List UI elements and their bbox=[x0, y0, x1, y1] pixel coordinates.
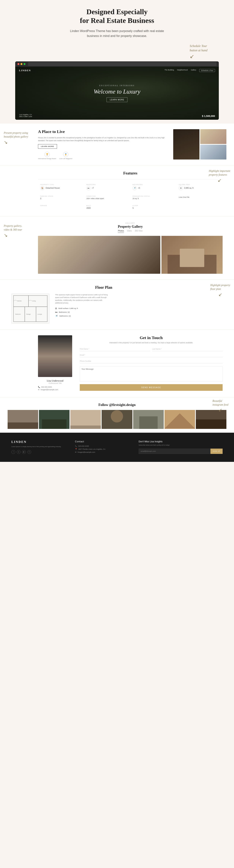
instagram-img-7[interactable] bbox=[196, 410, 226, 429]
svg-rect-7 bbox=[180, 249, 204, 267]
message-textarea[interactable] bbox=[80, 366, 223, 381]
svg-rect-1 bbox=[38, 267, 160, 274]
social-icon-youtube[interactable]: ▶ bbox=[22, 450, 26, 454]
social-icon-facebook[interactable]: f bbox=[11, 450, 15, 454]
hero-section: Designed Especially for Real Estate Busi… bbox=[0, 0, 234, 124]
feat-label-garage: GARAGE bbox=[40, 205, 82, 206]
award-label-1: International Design Award bbox=[38, 158, 56, 159]
feat-icon-bath: 🚿 bbox=[133, 186, 137, 190]
social-icon-google[interactable]: G bbox=[27, 450, 31, 454]
nav-item-tour[interactable]: Schedule a Tour bbox=[199, 69, 215, 72]
phone-input[interactable] bbox=[80, 359, 223, 363]
property-hero-title: Welcome to Luxury bbox=[94, 88, 140, 95]
gallery-side-image bbox=[161, 236, 223, 274]
nav-item-gallery[interactable]: Gallery bbox=[191, 69, 197, 72]
annotation-schedule-tour: Schedule Tourbutton at hand bbox=[190, 44, 207, 53]
svg-rect-0 bbox=[38, 236, 160, 274]
instagram-img-3[interactable] bbox=[70, 410, 101, 429]
stat-label-bath: Bathrooms: (4) bbox=[59, 315, 71, 317]
feature-extra: Love One File bbox=[177, 194, 223, 201]
footer-contact-address[interactable]: 📍 1807 Florida Lines Los Angeles, CA bbox=[75, 448, 131, 450]
svg-rect-25 bbox=[42, 420, 67, 429]
email-input[interactable] bbox=[80, 353, 223, 357]
footer-address-icon: 📍 bbox=[75, 448, 77, 450]
annotation-floorplan: Highlight propertyfloor plan bbox=[210, 283, 230, 291]
floorplan-description-area: This spacious triple-aspect home is spre… bbox=[55, 293, 108, 324]
gallery-tab-360[interactable]: 360 View bbox=[135, 230, 142, 233]
annotation-gallery: Property gallery,video & 360 tour bbox=[4, 224, 34, 231]
floorplan-content: Kitchen Living Bedroom Garage Lounge Thi… bbox=[11, 293, 196, 324]
floorplan-desc: This spacious triple-aspect home is spre… bbox=[55, 293, 108, 304]
instagram-img-2[interactable] bbox=[39, 410, 70, 429]
gallery-tab-photos[interactable]: Photos bbox=[118, 230, 124, 233]
feat-icon-bed: 🛏 bbox=[86, 186, 90, 190]
contact-outer: Contact information& get in touch form f… bbox=[0, 330, 234, 397]
svg-rect-19 bbox=[38, 335, 72, 377]
gallery-main-container: ‹ › bbox=[38, 236, 223, 274]
gallery-prev-arrow[interactable]: ‹ bbox=[40, 252, 45, 257]
feat-val-floor: 5 bbox=[133, 207, 174, 209]
contact-agent: Lisa Underwood Professional Title 📞 555-… bbox=[38, 335, 72, 392]
svg-point-29 bbox=[111, 410, 123, 423]
feat-val-parking: 5 bbox=[40, 197, 82, 200]
agent-photo bbox=[38, 335, 72, 377]
feature-renovation: RENOVATION STATUS 20 sq. ft bbox=[130, 194, 177, 201]
contact-submit-button[interactable]: SEND MESSAGE bbox=[80, 384, 223, 391]
footer-contact-email[interactable]: ✉ lmagen@example.com bbox=[75, 451, 131, 453]
gallery-tabs: Photos Video 360 View bbox=[38, 230, 223, 233]
nav-item-building[interactable]: The Building bbox=[164, 69, 174, 72]
svg-point-21 bbox=[50, 344, 60, 356]
gallery-img-1 bbox=[173, 129, 200, 159]
feat-val-extra: Love One File bbox=[179, 196, 220, 198]
footer-contact-phone[interactable]: 📞 323-632-6335 bbox=[75, 445, 131, 447]
stat-icon-bath: 🚿 bbox=[55, 315, 58, 317]
instagram-outer: Beautifulinstagram feed ↙ Follow @firsts… bbox=[0, 397, 234, 433]
property-learn-more-button[interactable]: LEARN MORE bbox=[107, 97, 127, 102]
gallery-tab-video[interactable]: Video bbox=[127, 230, 132, 233]
annotation-highlight-features: Highlight importantproperty features bbox=[209, 169, 230, 177]
gallery-img-2 bbox=[200, 129, 226, 144]
nav-item-neighborhood[interactable]: Neighborhood bbox=[177, 69, 188, 72]
newsletter-email-input[interactable] bbox=[139, 448, 210, 454]
browser-dot-red bbox=[18, 63, 19, 65]
feat-label-condition: CONDITION bbox=[86, 195, 128, 197]
property-awards: 🏆 International Design Award 🏅 Luxe Life… bbox=[38, 152, 170, 159]
property-intro-learn-more[interactable]: LEARN MORE bbox=[38, 144, 57, 149]
stat-icon-bed: 🛏 bbox=[55, 311, 57, 313]
award-icon-1: 🏆 bbox=[45, 152, 50, 157]
award-label-2: Luxe Life Magazine bbox=[59, 158, 72, 159]
browser-bar bbox=[15, 61, 219, 67]
svg-rect-2 bbox=[50, 260, 80, 274]
gallery-label: GALLERY bbox=[38, 222, 223, 224]
svg-text:Lounge: Lounge bbox=[37, 313, 42, 315]
agent-photo-svg bbox=[38, 335, 72, 377]
floorplan-svg: Kitchen Living Bedroom Garage Lounge bbox=[11, 293, 49, 323]
footer-phone-icon: 📞 bbox=[75, 445, 77, 447]
social-icon-instagram[interactable]: in bbox=[17, 450, 21, 454]
feature-bathrooms: BATHROOMS 🚿 +5 bbox=[130, 182, 177, 192]
instagram-img-1[interactable] bbox=[7, 410, 38, 429]
gallery-next-arrow[interactable]: › bbox=[153, 252, 158, 257]
floorplan-image: Kitchen Living Bedroom Garage Lounge bbox=[11, 293, 49, 324]
instagram-img-5[interactable] bbox=[133, 410, 164, 429]
footer-social: f in ▶ G bbox=[11, 450, 68, 454]
svg-rect-8 bbox=[11, 293, 49, 323]
hero-title: Designed Especially for Real Estate Busi… bbox=[11, 7, 223, 25]
last-name-input[interactable] bbox=[152, 347, 223, 351]
feat-val-renovation: 20 sq. ft bbox=[133, 197, 174, 199]
feat-val-bathrooms: 🚿 +5 bbox=[133, 186, 174, 190]
newsletter-submit-button[interactable]: SIGN UP bbox=[210, 448, 223, 454]
email-icon: ✉ bbox=[38, 389, 40, 391]
first-name-input[interactable] bbox=[80, 347, 150, 351]
footer-newsletter-title: Don't Miss Lisa Insights bbox=[139, 440, 223, 443]
property-intro-outer: Present property usingbeautiful photo ga… bbox=[0, 124, 234, 165]
page-wrapper: Designed Especially for Real Estate Busi… bbox=[0, 0, 234, 462]
features-row-3: GARAGE BUILT 2000 FLOOR 5 bbox=[38, 201, 223, 211]
instagram-img-4[interactable] bbox=[102, 410, 132, 429]
feature-floor: FLOOR 5 bbox=[130, 204, 177, 211]
instagram-img-6[interactable] bbox=[164, 410, 195, 429]
annotation-gallery-area: Property gallery,video & 360 tour ↘ bbox=[4, 224, 34, 238]
features-row-1: PROPERTY TYPE 🏠 Detached House BEDROOMS … bbox=[38, 179, 223, 192]
agent-name: Lisa Underwood bbox=[38, 379, 72, 382]
property-hero-price: $ 1,500,000 bbox=[202, 115, 215, 118]
